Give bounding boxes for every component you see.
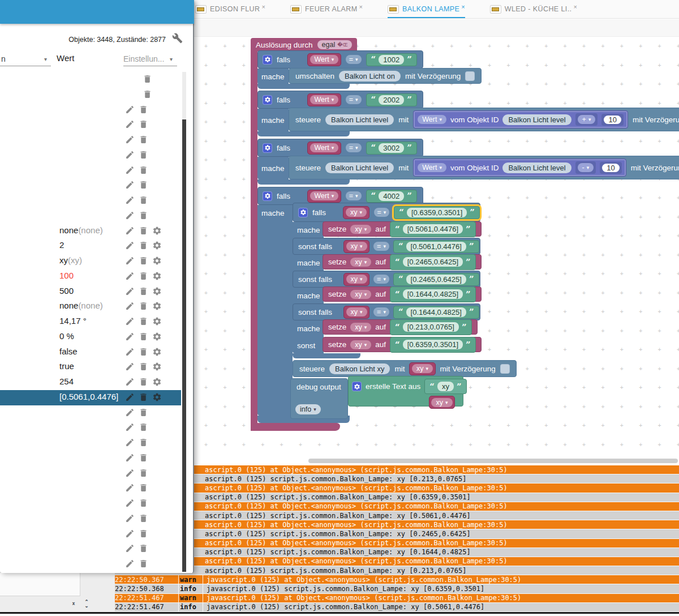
gear-icon[interactable] bbox=[152, 392, 162, 402]
variable-block-xy[interactable]: xy▾ bbox=[343, 240, 369, 253]
text-block[interactable]: “xy” bbox=[424, 379, 466, 394]
pencil-icon[interactable] bbox=[125, 119, 135, 129]
gear-icon[interactable] bbox=[152, 226, 162, 236]
object-state-row[interactable]: 254 bbox=[0, 375, 181, 390]
chevron-down-icon[interactable]: ▾ bbox=[44, 56, 47, 62]
gear-icon[interactable] bbox=[152, 301, 162, 311]
delay-checkbox[interactable] bbox=[500, 364, 510, 374]
chevron-down-icon[interactable]: ▾ bbox=[170, 56, 173, 62]
sonst-falls-3[interactable]: sonst falls xy▾ =▾ “[0.1644,0.4825]” bbox=[293, 303, 480, 320]
trash-icon[interactable] bbox=[139, 483, 148, 493]
falls-block-1-foot[interactable] bbox=[257, 84, 350, 89]
variable-block-wert[interactable]: Wert▾ bbox=[307, 190, 341, 203]
pencil-icon[interactable] bbox=[125, 271, 135, 281]
trash-icon[interactable] bbox=[139, 316, 148, 326]
trash-icon[interactable] bbox=[139, 150, 148, 160]
pencil-icon[interactable] bbox=[125, 211, 135, 220]
number-block[interactable]: 10 bbox=[601, 114, 623, 126]
collapse-log-icon[interactable]: ⌄⌃ bbox=[70, 600, 78, 608]
trash-icon[interactable] bbox=[139, 301, 148, 311]
object-state-row[interactable]: 14,17 ° bbox=[0, 314, 181, 330]
object-state-row[interactable] bbox=[0, 511, 181, 527]
steuere-block-minus[interactable]: steuere Balkon Licht level mit Wert▾ vom… bbox=[289, 156, 679, 179]
oid-field[interactable]: Balkon Licht xy bbox=[329, 363, 390, 374]
pencil-icon[interactable] bbox=[125, 180, 135, 190]
pencil-icon[interactable] bbox=[125, 498, 135, 508]
trigger-block-header[interactable]: Auslösung durch egal�Œ bbox=[251, 38, 357, 52]
trash-icon[interactable] bbox=[139, 226, 148, 236]
math-op-block[interactable]: +▾ bbox=[575, 113, 598, 126]
pencil-icon[interactable] bbox=[125, 241, 135, 250]
variable-block-wert[interactable]: Wert▾ bbox=[307, 53, 341, 66]
trash-icon[interactable] bbox=[139, 544, 148, 553]
pencil-icon[interactable] bbox=[125, 544, 135, 553]
gear-icon[interactable] bbox=[152, 256, 162, 266]
compare-dropdown[interactable]: =▾ bbox=[373, 307, 389, 316]
object-state-row[interactable] bbox=[0, 72, 181, 87]
object-state-row[interactable] bbox=[0, 87, 181, 102]
tab-feuer-alarm[interactable]: FEUER ALARM × bbox=[290, 0, 363, 18]
wrench-icon[interactable] bbox=[172, 33, 183, 46]
variable-block-wert[interactable]: Wert▾ bbox=[307, 93, 341, 106]
object-state-row[interactable] bbox=[0, 208, 181, 224]
gear-icon[interactable] bbox=[152, 347, 162, 357]
object-state-row[interactable]: [0.5061,0.4476] bbox=[0, 390, 181, 405]
canvas-horizontal-scrollbar[interactable] bbox=[308, 459, 678, 463]
trash-icon[interactable] bbox=[139, 468, 148, 478]
trash-icon[interactable] bbox=[139, 180, 148, 190]
math-op-block[interactable]: -▾ bbox=[575, 161, 596, 174]
object-state-row[interactable] bbox=[0, 541, 181, 557]
setze-block-3[interactable]: setze xy▾ auf “[0.1644,0.4825]” bbox=[323, 286, 482, 302]
pencil-icon[interactable] bbox=[125, 286, 135, 296]
mutator-gear-icon[interactable] bbox=[263, 143, 272, 153]
text-block[interactable]: “2002” bbox=[366, 93, 417, 106]
trash-icon[interactable] bbox=[139, 529, 148, 538]
var-dropdown[interactable]: xy▾ bbox=[350, 323, 371, 332]
trash-icon[interactable] bbox=[139, 514, 148, 523]
var-dropdown[interactable]: xy▾ bbox=[350, 340, 371, 349]
pencil-icon[interactable] bbox=[125, 301, 135, 311]
object-state-row[interactable] bbox=[0, 435, 181, 451]
trash-icon[interactable] bbox=[139, 195, 148, 205]
trigger-dropdown[interactable]: egal�Œ bbox=[317, 40, 353, 49]
umschalten-block[interactable]: umschalten Balkon Licht on mit Verzögeru… bbox=[289, 68, 482, 84]
delay-checkbox[interactable] bbox=[465, 71, 475, 81]
trash-icon[interactable] bbox=[139, 332, 148, 341]
sonst-falls-2[interactable]: sonst falls xy▾ =▾ “[0.2465,0.6425]” bbox=[293, 271, 480, 288]
compare-dropdown[interactable]: =▾ bbox=[346, 95, 362, 104]
variable-block-xy[interactable]: xy▾ bbox=[429, 396, 455, 409]
get-value-block[interactable]: Wert▾ vom Objekt ID Balkon Licht level -… bbox=[413, 159, 626, 177]
close-icon[interactable]: × bbox=[573, 3, 577, 10]
trigger-block-spine[interactable] bbox=[251, 50, 257, 431]
falls-block-2-foot[interactable] bbox=[257, 131, 350, 136]
gear-icon[interactable] bbox=[152, 271, 162, 281]
pencil-icon[interactable] bbox=[125, 256, 135, 266]
trash-icon[interactable] bbox=[139, 453, 148, 463]
var-dropdown[interactable]: xy▾ bbox=[350, 225, 371, 234]
pencil-icon[interactable] bbox=[125, 392, 135, 402]
gear-icon[interactable] bbox=[152, 377, 162, 387]
object-state-row[interactable]: 2 bbox=[0, 238, 181, 254]
trash-icon[interactable] bbox=[139, 286, 148, 296]
attr-dropdown[interactable]: Wert▾ bbox=[418, 163, 446, 172]
var-dropdown[interactable]: xy▾ bbox=[350, 290, 371, 299]
trash-icon[interactable] bbox=[139, 408, 148, 417]
dialog-scrollbar-thumb[interactable] bbox=[182, 119, 186, 572]
object-state-row[interactable] bbox=[0, 496, 181, 511]
oid-field[interactable]: Balkon Licht on bbox=[339, 71, 401, 82]
pencil-icon[interactable] bbox=[125, 105, 135, 114]
trash-icon[interactable] bbox=[139, 392, 148, 402]
tab-balkon-lampe[interactable]: BALKON LAMPE × bbox=[388, 0, 465, 18]
pencil-icon[interactable] bbox=[125, 408, 135, 417]
object-state-row[interactable] bbox=[0, 420, 181, 435]
object-state-row[interactable] bbox=[0, 117, 181, 132]
attr-dropdown[interactable]: Wert▾ bbox=[418, 115, 446, 124]
variable-block-xy[interactable]: xy▾ bbox=[343, 206, 369, 219]
object-state-row[interactable] bbox=[0, 163, 181, 178]
compare-dropdown[interactable]: =▾ bbox=[346, 143, 362, 152]
object-state-row[interactable] bbox=[0, 148, 181, 163]
object-state-row[interactable]: none(none) bbox=[0, 224, 181, 239]
trash-icon[interactable] bbox=[139, 119, 148, 129]
falls-block-3[interactable]: falls Wert▾ =▾ “3002” bbox=[257, 139, 423, 157]
close-icon[interactable]: × bbox=[261, 3, 265, 10]
